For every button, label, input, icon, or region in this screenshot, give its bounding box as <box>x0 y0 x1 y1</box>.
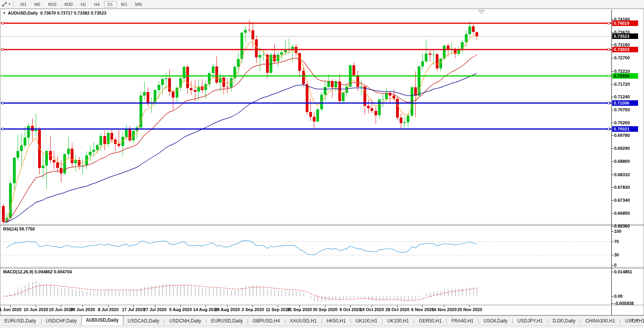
crosshair-tool-icon[interactable] <box>2 2 7 7</box>
symbol-tab-bar: EURUSD,Daily|USDCHF,DailyAUDUSD,DailyUSD… <box>0 315 644 325</box>
tab-scroll-arrows: ◄► <box>630 318 642 322</box>
timeframe-button-MN[interactable]: MN <box>132 1 145 7</box>
tab-gbpusd-h4[interactable]: GBPUSD,H4 <box>248 317 284 325</box>
macd-name: MACD(12,26,9) <box>3 269 33 274</box>
timeframe-button-group: M1M5M15M30H1H4D1W1MN <box>17 1 146 7</box>
tab-fra40-h1[interactable]: FRA40,H1 <box>447 317 478 325</box>
tab-xauusd-h1[interactable]: XAUUSD,H1 <box>285 317 321 325</box>
timeframe-button-W1[interactable]: W1 <box>117 1 131 7</box>
tab-hk50-h1[interactable]: HK50,H1 <box>322 317 350 325</box>
chart-symbol: AUDUSD,Daily <box>8 11 38 15</box>
status-strip <box>0 325 644 328</box>
rsi-name: RSI(14) <box>3 227 18 231</box>
toolbar-grip <box>13 1 14 7</box>
tab-scroll-left-button[interactable]: ◄ <box>630 318 636 322</box>
tab-uk100-h1[interactable]: UK100,H1 <box>351 317 382 325</box>
tab-usoil-daily[interactable]: USOil,Daily <box>479 317 512 325</box>
timeframe-button-M30[interactable]: M30 <box>61 1 76 7</box>
chart-title: ▼AUDUSD,Daily 0.73670 0.73717 0.73382 0.… <box>3 11 106 15</box>
tab-usdcad-daily[interactable]: USDCAD,Daily <box>123 317 164 325</box>
price-chart-canvas[interactable] <box>0 0 644 328</box>
tab-china300-h1[interactable]: CHINA300,H1 <box>581 317 620 325</box>
macd-indicator-label: MACD(12,26,9) 0.004862 0.004704 <box>3 269 72 274</box>
tab-eurusd-daily[interactable]: EURUSD,Daily <box>207 317 247 325</box>
tab-dj30-daily[interactable]: DJ30,Daily <box>548 317 580 325</box>
timeframe-button-M1[interactable]: M1 <box>17 1 30 7</box>
tab-eurusd-daily[interactable]: EURUSD,Daily <box>0 317 40 325</box>
tab-audusd-daily[interactable]: AUDUSD,Daily <box>81 315 123 325</box>
macd-signal-value: 0.004704 <box>54 269 72 274</box>
chart-dropdown-icon[interactable]: ▼ <box>3 11 6 15</box>
timeframe-button-M5[interactable]: M5 <box>31 1 44 7</box>
timeframe-button-H1[interactable]: H1 <box>77 1 90 7</box>
tab-usdjpy-h1[interactable]: USDJPY,H1 <box>513 317 547 325</box>
tab-uk100-h1[interactable]: UK100,H1 <box>383 317 413 325</box>
toolbar: ▾ M1M5M15M30H1H4D1W1MN <box>0 0 644 9</box>
tab-scroll-right-button[interactable]: ► <box>636 318 642 322</box>
rsi-indicator-label: RSI(14) 59.7750 <box>3 227 35 231</box>
chart-ohlc-values: 0.73670 0.73717 0.73382 0.73523 <box>40 11 106 15</box>
tab-usdcnh-daily[interactable]: USDCNH,Daily <box>165 317 205 325</box>
timeframe-button-D1[interactable]: D1 <box>104 1 117 7</box>
timeframe-button-M15[interactable]: M15 <box>45 1 60 7</box>
tab-ger30-h1[interactable]: GER30,H1 <box>415 317 446 325</box>
macd-main-value: 0.004862 <box>35 269 53 274</box>
tab-usdchf-daily[interactable]: USDCHF,Daily <box>42 317 81 325</box>
timeframe-button-H4[interactable]: H4 <box>90 1 103 7</box>
chevron-down-icon[interactable]: ▾ <box>9 2 10 6</box>
rsi-value: 59.7750 <box>19 227 35 231</box>
